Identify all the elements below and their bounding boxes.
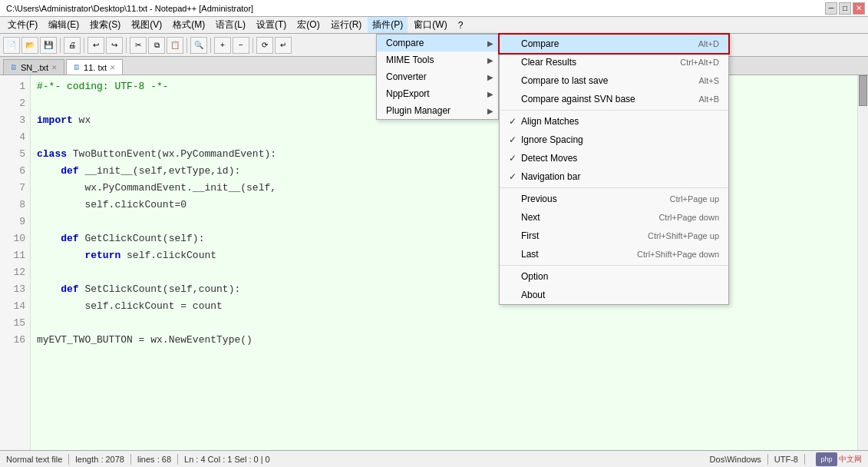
close-button[interactable]: ✕ bbox=[853, 2, 865, 15]
menu-file[interactable]: 文件(F) bbox=[3, 17, 42, 33]
nppexport-arrow-icon: ▶ bbox=[487, 90, 493, 98]
submenu-option[interactable]: Option bbox=[500, 267, 728, 286]
menu-macro[interactable]: 宏(O) bbox=[292, 17, 324, 33]
tb-open[interactable]: 📂 bbox=[21, 37, 38, 54]
submenu-compare[interactable]: Compare Alt+D bbox=[500, 35, 728, 53]
submenu-clearresults-shortcut: Ctrl+Alt+D bbox=[680, 58, 719, 67]
line-num-3: 3 bbox=[0, 112, 25, 129]
compare-submenu: Compare Alt+D Clear Results Ctrl+Alt+D C… bbox=[499, 34, 729, 305]
submenu-comparesvn-shortcut: Alt+B bbox=[698, 94, 719, 104]
menu-search[interactable]: 搜索(S) bbox=[85, 17, 125, 33]
submenu-divider-2 bbox=[500, 187, 728, 188]
menu-format[interactable]: 格式(M) bbox=[168, 17, 210, 33]
tb-zoom-in[interactable]: + bbox=[214, 37, 231, 54]
line-num-16: 16 bbox=[0, 332, 25, 349]
submenu-last[interactable]: Last Ctrl+Shift+Page down bbox=[500, 245, 728, 263]
line-num-2: 2 bbox=[0, 95, 25, 112]
tb-redo[interactable]: ↪ bbox=[106, 37, 123, 54]
line-num-5: 5 bbox=[0, 146, 25, 163]
tab-sn-close[interactable]: ✕ bbox=[51, 64, 58, 71]
status-right: Dos\Windows UTF-8 php 中文网 bbox=[710, 452, 862, 466]
plugins-mimetools[interactable]: MIME Tools ▶ bbox=[377, 51, 498, 68]
menu-run[interactable]: 运行(R) bbox=[326, 17, 367, 33]
tb-new[interactable]: 📄 bbox=[3, 37, 20, 54]
status-encoding: UTF-8 bbox=[774, 455, 798, 464]
plugins-dropdown: Compare ▶ MIME Tools ▶ Converter ▶ NppEx… bbox=[376, 34, 499, 120]
menu-plugins[interactable]: 插件(P) bbox=[368, 17, 408, 33]
submenu-first[interactable]: First Ctrl+Shift+Page up bbox=[500, 227, 728, 245]
status-lineending: Dos\Windows bbox=[710, 455, 761, 464]
line-num-9: 9 bbox=[0, 214, 25, 230]
submenu-alignmatches[interactable]: ✓ Align Matches bbox=[500, 112, 728, 131]
tb-find[interactable]: 🔍 bbox=[190, 37, 207, 54]
php-badge: php bbox=[816, 452, 837, 466]
submenu-clearresults[interactable]: Clear Results Ctrl+Alt+D bbox=[500, 53, 728, 71]
line-num-4: 4 bbox=[0, 129, 25, 146]
tab-11[interactable]: 🗎 11. txt ✕ bbox=[66, 59, 123, 75]
tb-sep-5 bbox=[210, 38, 211, 53]
submenu-ignorespacing-label: Ignore Spacing bbox=[521, 134, 688, 145]
tb-sep-1 bbox=[60, 38, 61, 53]
status-filetype: Normal text file bbox=[6, 455, 62, 464]
tab-11-icon: 🗎 bbox=[73, 63, 81, 71]
minimize-button[interactable]: ─ bbox=[825, 2, 837, 15]
submenu-navbar[interactable]: ✓ Navigation bar bbox=[500, 167, 728, 186]
scrollbar[interactable] bbox=[857, 75, 868, 450]
line-numbers: 1 2 3 4 5 6 7 8 9 10 11 12 13 14 15 16 bbox=[0, 75, 31, 450]
tb-sep-4 bbox=[186, 38, 187, 53]
tb-copy[interactable]: ⧉ bbox=[148, 37, 165, 54]
mimetools-arrow-icon: ▶ bbox=[487, 56, 493, 65]
tb-zoom-out[interactable]: − bbox=[233, 37, 249, 54]
line-num-10: 10 bbox=[0, 230, 25, 247]
submenu-alignmatches-label: Align Matches bbox=[521, 116, 688, 127]
code-line-16: myEVT_TWO_BUTTON = wx.NewEventType() bbox=[37, 332, 851, 349]
tb-sep-2 bbox=[84, 38, 84, 53]
tb-sync[interactable]: ⟳ bbox=[256, 37, 273, 54]
submenu-previous[interactable]: Previous Ctrl+Page up bbox=[500, 190, 728, 208]
submenu-comparelastsave[interactable]: Compare to last save Alt+S bbox=[500, 71, 728, 90]
plugins-converter[interactable]: Converter ▶ bbox=[377, 68, 498, 85]
menu-help[interactable]: ? bbox=[454, 18, 468, 32]
tb-wrap[interactable]: ↵ bbox=[275, 37, 292, 54]
tab-sn-label: SN_.txt bbox=[21, 63, 48, 72]
menu-lang[interactable]: 语言(L) bbox=[211, 17, 250, 33]
tb-sep-6 bbox=[252, 38, 253, 53]
converter-arrow-icon: ▶ bbox=[487, 73, 493, 81]
status-sep-2 bbox=[130, 454, 131, 465]
submenu-next[interactable]: Next Ctrl+Page down bbox=[500, 208, 728, 227]
submenu-last-label: Last bbox=[521, 249, 606, 260]
tb-save[interactable]: 💾 bbox=[40, 37, 57, 54]
navbar-check: ✓ bbox=[509, 171, 521, 182]
submenu-previous-label: Previous bbox=[521, 194, 639, 204]
tab-sn-icon: 🗎 bbox=[10, 63, 18, 71]
maximize-button[interactable]: □ bbox=[839, 2, 851, 15]
plugins-pluginmanager-label: Plugin Manager bbox=[386, 105, 451, 116]
menu-settings[interactable]: 设置(T) bbox=[252, 17, 291, 33]
plugins-compare[interactable]: Compare ▶ bbox=[377, 35, 498, 51]
submenu-detectmoves[interactable]: ✓ Detect Moves bbox=[500, 149, 728, 167]
line-num-12: 12 bbox=[0, 264, 25, 281]
submenu-comparelastsave-label: Compare to last save bbox=[521, 75, 668, 86]
submenu-ignorespacing[interactable]: ✓ Ignore Spacing bbox=[500, 131, 728, 149]
tb-cut[interactable]: ✂ bbox=[130, 37, 147, 54]
submenu-clearresults-label: Clear Results bbox=[521, 57, 649, 68]
menu-view[interactable]: 视图(V) bbox=[127, 17, 167, 33]
status-bar: Normal text file length : 2078 lines : 6… bbox=[0, 450, 868, 467]
line-num-1: 1 bbox=[0, 78, 25, 95]
code-line-15 bbox=[37, 315, 851, 332]
scroll-thumb[interactable] bbox=[859, 75, 867, 106]
menu-edit[interactable]: 编辑(E) bbox=[44, 17, 84, 33]
code-editor[interactable]: #-*- coding: UTF-8 -*- import wx class T… bbox=[31, 75, 857, 450]
plugins-nppexport[interactable]: NppExport ▶ bbox=[377, 85, 498, 102]
tb-paste[interactable]: 📋 bbox=[167, 37, 183, 54]
submenu-previous-shortcut: Ctrl+Page up bbox=[669, 194, 719, 204]
plugins-pluginmanager[interactable]: Plugin Manager ▶ bbox=[377, 102, 498, 119]
submenu-comparesvn[interactable]: Compare against SVN base Alt+B bbox=[500, 90, 728, 108]
submenu-about[interactable]: About bbox=[500, 286, 728, 304]
submenu-about-label: About bbox=[521, 290, 688, 300]
tab-sn[interactable]: 🗎 SN_.txt ✕ bbox=[3, 59, 64, 75]
tb-print[interactable]: 🖨 bbox=[64, 37, 81, 54]
menu-window[interactable]: 窗口(W) bbox=[409, 17, 451, 33]
tab-11-close[interactable]: ✕ bbox=[110, 64, 116, 71]
tb-undo[interactable]: ↩ bbox=[87, 37, 104, 54]
